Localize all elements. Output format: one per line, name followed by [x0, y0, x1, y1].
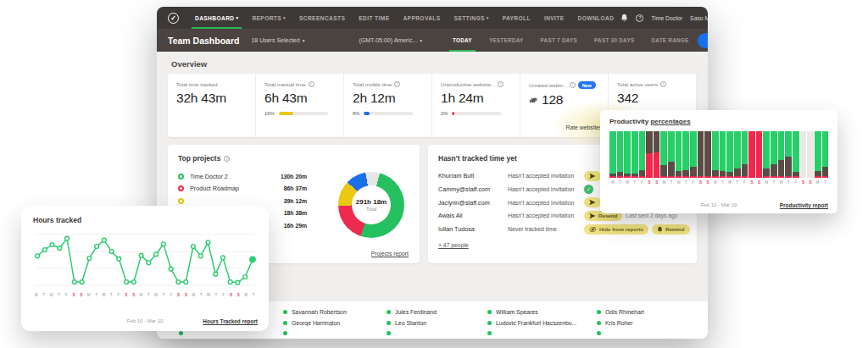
- axis-day-label: S: [748, 180, 755, 185]
- user-item[interactable]: [487, 331, 597, 335]
- axis-day-label: F: [115, 293, 122, 297]
- percentages-link[interactable]: percentages: [650, 118, 690, 125]
- hours-data-point: [221, 256, 225, 260]
- send-pill-button[interactable]: [584, 197, 601, 207]
- user-item-savannah-robertson[interactable]: Savannah Robertson: [283, 309, 387, 315]
- info-icon[interactable]: i: [394, 81, 400, 87]
- tab-past-30-days[interactable]: PAST 30 DAYS: [586, 29, 643, 52]
- hide-from-reports-pill-button[interactable]: Hide from reports: [584, 224, 648, 235]
- user-name: George Harrington: [292, 320, 340, 326]
- bar-unproductive-segment: [698, 176, 704, 178]
- hours-data-point: [80, 280, 84, 284]
- productivity-report-link[interactable]: Productivity report: [780, 202, 828, 208]
- chevron-down-icon: ▾: [420, 38, 422, 43]
- productivity-title: Productivity percentages: [609, 118, 828, 125]
- hours-data-point: [132, 280, 136, 284]
- nav-item-dashboard[interactable]: DASHBOARD▾: [188, 7, 245, 29]
- metric-label: Total time tracked: [176, 81, 247, 87]
- nav-item-settings[interactable]: SETTINGS▾: [448, 7, 496, 29]
- send-pill-button[interactable]: [584, 171, 601, 181]
- bar-unrated-segment: [676, 171, 682, 177]
- bar-empty-segment: [800, 131, 807, 178]
- user-item-ludovic-frankfurt-hacszenbu[interactable]: Ludovic Frankfurt Hacszenbu...: [487, 320, 597, 326]
- user-item-jules-ferdinand[interactable]: Jules Ferdinand: [387, 309, 487, 315]
- user-item-odis-rhinehart[interactable]: Odis Rhinehart: [597, 309, 708, 315]
- hours-data-point: [214, 272, 218, 276]
- hours-data-point: [102, 238, 106, 242]
- hours-data-point: [58, 246, 62, 251]
- productivity-bar: [778, 131, 785, 178]
- bar-unproductive-segment: [748, 131, 755, 178]
- online-dot-icon: [487, 310, 492, 314]
- user-item-kris-roher[interactable]: Kris Roher: [597, 320, 708, 326]
- more-people-link[interactable]: + 47 people: [438, 242, 469, 248]
- progress-fill: [279, 112, 293, 115]
- current-user-name[interactable]: Saso Mark...: [690, 15, 708, 21]
- bar-productive-segment: [609, 131, 616, 174]
- user-item-george-harrington[interactable]: George Harrington: [283, 320, 387, 326]
- nav-item-approvals[interactable]: APPROVALS: [396, 7, 447, 29]
- help-icon[interactable]: ?: [636, 14, 643, 22]
- hours-data-point: [109, 250, 114, 254]
- tab-past-7-days[interactable]: PAST 7 DAYS: [532, 29, 587, 52]
- axis-day-label: F: [742, 180, 748, 185]
- bell-icon[interactable]: [620, 14, 628, 22]
- time-doctor-logo-icon[interactable]: ✓: [168, 13, 179, 24]
- axis-day-label: M: [763, 180, 770, 185]
- tab-date-range[interactable]: DATE RANGE: [643, 29, 697, 52]
- bar-unproductive-segment: [778, 176, 785, 178]
- metric-total-time-tracked: Total time tracked32h 43m: [168, 74, 256, 137]
- workspace-name[interactable]: Time Doctor: [651, 15, 682, 21]
- metric-value: 1h 24m: [441, 91, 511, 106]
- user-item-william-speares[interactable]: William Speares: [487, 309, 597, 315]
- user-name: William Speares: [496, 309, 538, 315]
- productivity-bar: [660, 131, 667, 178]
- nav-item-edit-time[interactable]: EDIT TIME: [352, 7, 396, 29]
- add-users-button[interactable]: ADD USERS: [698, 33, 708, 48]
- user-item[interactable]: [387, 331, 487, 335]
- nav-right: ? Time Doctor Saso Mark... SM: [620, 13, 708, 24]
- info-icon[interactable]: i: [660, 81, 666, 87]
- bar-productive-segment: [793, 131, 799, 172]
- send-icon: [589, 213, 596, 219]
- nav-item-payroll[interactable]: PAYROLL: [496, 7, 537, 29]
- axis-day-label: W: [205, 293, 212, 297]
- timezone-dropdown[interactable]: (GMT-05:00) Americ...▾: [359, 37, 422, 43]
- axis-day-label: S: [78, 293, 85, 297]
- user-item[interactable]: [179, 331, 283, 335]
- projects-report-link[interactable]: Projects report: [371, 251, 409, 257]
- nav-item-invite[interactable]: INVITE: [537, 7, 571, 29]
- nav-item-reports[interactable]: REPORTS▾: [245, 7, 292, 29]
- info-icon[interactable]: i: [570, 82, 576, 88]
- tab-today[interactable]: TODAY: [444, 29, 481, 52]
- info-icon[interactable]: i: [498, 81, 504, 87]
- axis-day-label: T: [55, 293, 62, 297]
- info-icon[interactable]: i: [309, 81, 314, 87]
- project-color-ring: [178, 174, 184, 180]
- hours-data-point: [65, 236, 70, 240]
- axis-day-label: T: [682, 180, 689, 185]
- user-name: Kris Roher: [605, 320, 633, 326]
- project-row: Product Roadmap86h 37m: [178, 183, 307, 196]
- nav-item-download[interactable]: DOWNLOAD: [571, 7, 621, 29]
- hours-data-point: [228, 280, 232, 284]
- bar-unrated-segment: [654, 131, 660, 152]
- bar-unproductive-segment: [712, 176, 719, 178]
- user-item[interactable]: [597, 331, 708, 335]
- user-item[interactable]: [283, 331, 387, 335]
- bar-productive-segment: [624, 131, 631, 174]
- tab-yesterday[interactable]: YESTERDAY: [481, 29, 532, 52]
- remind-pill-button[interactable]: Remind: [652, 224, 690, 235]
- online-dot-icon: [283, 310, 287, 314]
- metric-percent: 8%: [353, 111, 359, 116]
- nav-item-screencasts[interactable]: SCREENCASTS: [292, 7, 352, 29]
- bar-unrated-segment: [698, 131, 704, 176]
- users-selected-dropdown[interactable]: 18 Users Selected▾: [251, 37, 304, 43]
- bar-unproductive-segment: [668, 176, 675, 178]
- bar-productive-segment: [668, 131, 675, 162]
- user-item-leo-stanton[interactable]: Leo Stanton: [387, 320, 487, 326]
- info-icon[interactable]: i: [224, 156, 230, 162]
- user-name: Jules Ferdinand: [395, 309, 437, 315]
- hours-report-link[interactable]: Hours Tracked report: [203, 318, 258, 324]
- bar-empty-segment: [807, 131, 814, 178]
